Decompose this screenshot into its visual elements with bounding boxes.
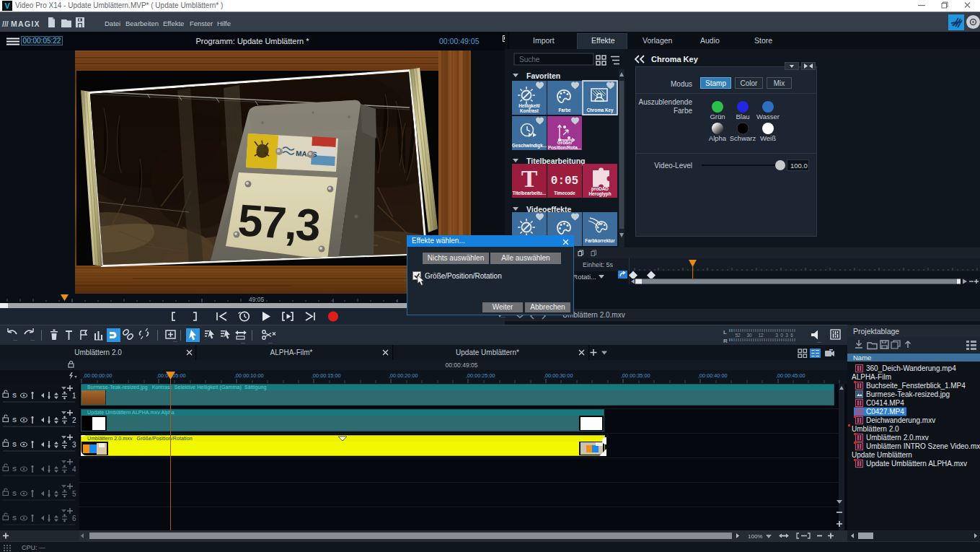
svg-text:,00:00:00:00: ,00:00:00:00 [83,372,112,379]
svg-text:Heroglyph: Heroglyph [588,191,611,197]
svg-text:Burmese-Teak-resized.jpg: Burmese-Teak-resized.jpg [866,390,950,398]
svg-text:12: 12 [758,333,764,338]
svg-text:Update Umblättern ALPHA.mxv: Update Umblättern ALPHA.mxv [866,460,967,468]
svg-text:5: 5 [72,490,76,498]
svg-text:C0414.MP4: C0414.MP4 [866,399,904,407]
svg-text:Größe/: Größe/ [557,140,573,145]
svg-text:ALPHA-Film: ALPHA-Film [852,373,891,381]
svg-text:,00:00:15:00: ,00:00:15:00 [312,372,341,379]
svg-text:30: 30 [746,333,752,338]
svg-text:Blau: Blau [736,113,749,121]
svg-text:Alpha: Alpha [709,134,727,142]
svg-text:Suche: Suche [519,56,540,63]
svg-text:Grün: Grün [710,113,725,121]
svg-text:...: ... [241,339,245,344]
svg-text:,00:00:10:00: ,00:00:10:00 [234,372,264,379]
svg-text:0:05: 0:05 [551,175,578,188]
svg-text:Chroma Key: Chroma Key [586,108,614,113]
svg-text:,00:00:40:00: ,00:00:40:00 [698,372,728,379]
svg-text:L: L [723,329,727,336]
svg-text:Buchseite_Fensterblick_1.MP4: Buchseite_Fensterblick_1.MP4 [866,382,966,390]
svg-text:Titelbearbeitu...: Titelbearbeitu... [513,190,547,196]
svg-text:,00:00:45:00: ,00:00:45:00 [776,372,805,379]
svg-text:49:05: 49:05 [249,296,265,303]
svg-text:Umblättern INTRO Szene Video.m: Umblättern INTRO Szene Video.mxv [866,442,980,450]
svg-text:Kontrast: Kontrast [520,108,539,113]
svg-text:Timecode: Timecode [554,190,575,196]
svg-text:3: 3 [785,333,788,338]
svg-text:Position/Rota...: Position/Rota... [548,145,581,150]
svg-text:Umblättern 2.0.mxv: Umblättern 2.0.mxv [866,434,929,442]
svg-text:...: ... [13,336,17,341]
svg-text:T: T [521,165,538,192]
svg-text:R: R [723,338,728,344]
svg-text:360_Deich-Wanderung.mp4: 360_Deich-Wanderung.mp4 [866,364,956,372]
svg-text:Schwarz: Schwarz [730,134,756,142]
svg-text:...: ... [817,338,821,343]
svg-text:Farbe: Farbe [558,108,571,113]
svg-text:...: ... [30,336,35,341]
svg-text:100%: 100% [748,533,762,540]
svg-text:3: 3 [775,333,778,338]
svg-text:,00:00:35:00: ,00:00:35:00 [621,372,650,379]
svg-text:Geschwindigk...: Geschwindigk... [512,143,547,149]
svg-text:4: 4 [72,465,76,473]
svg-text:6: 6 [72,514,76,522]
svg-text:0: 0 [780,333,783,338]
svg-text:Deichwanderung.mxv: Deichwanderung.mxv [866,416,935,424]
svg-text:2: 2 [72,416,76,424]
svg-text:C0427.MP4: C0427.MP4 [866,408,904,416]
svg-text:,00:00:20:00: ,00:00:20:00 [389,372,418,379]
svg-text:52: 52 [735,333,741,338]
svg-text:,00:00:30:00: ,00:00:30:00 [544,372,573,379]
svg-text:...: ... [173,338,177,343]
svg-text:Favoriten: Favoriten [526,71,560,80]
svg-text:...: ... [268,339,273,344]
svg-text:Farbkorrektur: Farbkorrektur [585,238,615,243]
svg-text:,00:00:25:00: ,00:00:25:00 [466,372,495,379]
svg-text:Update Umblättern: Update Umblättern [852,451,912,459]
svg-text:Weiß: Weiß [760,134,776,142]
svg-text:6: 6 [790,333,793,338]
svg-text:3: 3 [72,441,76,449]
svg-text:1: 1 [72,392,76,400]
svg-text:Wasser: Wasser [756,113,780,121]
svg-text:Umblättern 2.0: Umblättern 2.0 [852,425,899,433]
